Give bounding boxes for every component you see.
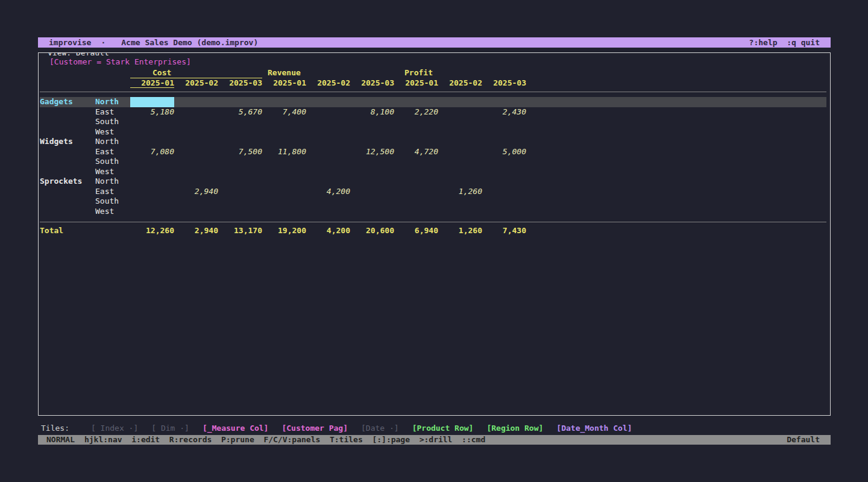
value-cell[interactable] [174, 147, 218, 157]
measure-group-revenue[interactable]: Revenue [262, 68, 394, 78]
value-cell[interactable] [306, 177, 350, 187]
region-cell[interactable]: West [95, 207, 130, 217]
value-cell[interactable] [306, 137, 350, 147]
value-cell[interactable] [394, 97, 438, 107]
value-cell[interactable] [482, 187, 526, 197]
value-cell[interactable] [262, 157, 306, 167]
product-cell[interactable] [40, 167, 95, 177]
table-row[interactable]: West [40, 127, 826, 137]
value-cell[interactable] [394, 137, 438, 147]
value-cell[interactable] [262, 127, 306, 137]
measure-group-profit[interactable]: Profit [394, 68, 526, 78]
cursor-cell[interactable] [130, 97, 174, 107]
value-cell[interactable] [350, 167, 394, 177]
tile-measure-col[interactable]: [_Measure Col] [203, 424, 269, 433]
product-cell[interactable] [40, 117, 95, 127]
value-cell[interactable] [130, 117, 174, 127]
value-cell[interactable] [262, 177, 306, 187]
region-cell[interactable]: South [95, 157, 130, 167]
value-cell[interactable] [262, 167, 306, 177]
month-header[interactable]: 2025-03 [218, 78, 262, 89]
table-row[interactable]: East7,0807,50011,80012,5004,7205,000 [40, 147, 826, 157]
value-cell[interactable] [306, 196, 350, 207]
product-cell[interactable] [40, 196, 95, 207]
value-cell[interactable] [394, 127, 438, 137]
value-cell[interactable] [438, 177, 482, 187]
table-row[interactable]: South [40, 157, 826, 167]
value-cell[interactable]: 4,720 [394, 147, 438, 157]
value-cell[interactable] [306, 157, 350, 167]
value-cell[interactable] [174, 207, 218, 217]
value-cell[interactable] [350, 127, 394, 137]
value-cell[interactable] [482, 137, 526, 147]
value-cell[interactable] [262, 196, 306, 207]
value-cell[interactable] [482, 207, 526, 217]
region-cell[interactable]: West [95, 167, 130, 177]
region-cell[interactable]: East [95, 147, 130, 157]
value-cell[interactable]: 7,500 [218, 147, 262, 157]
product-cell[interactable] [40, 207, 95, 217]
month-header[interactable]: 2025-03 [350, 78, 394, 89]
table-row[interactable]: South [40, 196, 826, 207]
month-header[interactable]: 2025-01 [262, 78, 306, 89]
value-cell[interactable] [350, 207, 394, 217]
tile-product-row[interactable]: [Product Row] [412, 424, 474, 433]
value-cell[interactable] [130, 157, 174, 167]
value-cell[interactable] [438, 207, 482, 217]
table-row[interactable]: East5,1805,6707,4008,1002,2202,430 [40, 107, 826, 117]
value-cell[interactable]: 5,000 [482, 147, 526, 157]
value-cell[interactable]: 2,430 [482, 107, 526, 117]
value-cell[interactable] [174, 167, 218, 177]
value-cell[interactable] [394, 187, 438, 197]
value-cell[interactable]: 2,940 [174, 187, 218, 197]
value-cell[interactable] [218, 157, 262, 167]
table-row[interactable]: GadgetsNorth [40, 97, 826, 107]
region-cell[interactable]: North [95, 177, 130, 187]
value-cell[interactable] [482, 167, 526, 177]
tile-customer-pag[interactable]: [Customer Pag] [281, 424, 348, 433]
product-cell[interactable] [40, 157, 95, 167]
table-row[interactable]: West [40, 167, 826, 177]
value-cell[interactable] [174, 117, 218, 127]
region-cell[interactable]: South [95, 196, 130, 207]
measure-group-cost[interactable]: Cost [130, 68, 262, 78]
value-cell[interactable] [306, 167, 350, 177]
value-cell[interactable] [482, 127, 526, 137]
value-cell[interactable]: 12,500 [350, 147, 394, 157]
value-cell[interactable] [174, 107, 218, 117]
region-cell[interactable]: North [95, 137, 130, 147]
value-cell[interactable] [482, 157, 526, 167]
product-cell[interactable] [40, 187, 95, 197]
tile-date-month-col[interactable]: [Date_Month Col] [556, 424, 632, 433]
table-row[interactable]: WidgetsNorth [40, 137, 826, 147]
region-cell[interactable]: North [95, 97, 130, 107]
value-cell[interactable] [218, 127, 262, 137]
value-cell[interactable] [350, 157, 394, 167]
value-cell[interactable] [482, 97, 526, 107]
value-cell[interactable] [262, 207, 306, 217]
value-cell[interactable] [350, 196, 394, 207]
value-cell[interactable] [218, 117, 262, 127]
value-cell[interactable] [174, 127, 218, 137]
product-cell[interactable] [40, 147, 95, 157]
value-cell[interactable] [262, 97, 306, 107]
value-cell[interactable]: 11,800 [262, 147, 306, 157]
value-cell[interactable] [306, 147, 350, 157]
value-cell[interactable] [350, 97, 394, 107]
value-cell[interactable]: 5,180 [130, 107, 174, 117]
value-cell[interactable] [438, 97, 482, 107]
value-cell[interactable] [306, 207, 350, 217]
value-cell[interactable] [130, 187, 174, 197]
value-cell[interactable] [306, 127, 350, 137]
value-cell[interactable] [130, 177, 174, 187]
tile-index[interactable]: [ Index ·] [91, 424, 138, 433]
month-header[interactable]: 2025-03 [482, 78, 526, 89]
region-cell[interactable]: East [95, 107, 130, 117]
region-cell[interactable]: South [95, 117, 130, 127]
value-cell[interactable] [438, 147, 482, 157]
value-cell[interactable] [438, 157, 482, 167]
table-row[interactable]: East2,9404,2001,260 [40, 187, 826, 197]
value-cell[interactable] [174, 137, 218, 147]
table-row[interactable]: West [40, 207, 826, 217]
value-cell[interactable] [394, 196, 438, 207]
